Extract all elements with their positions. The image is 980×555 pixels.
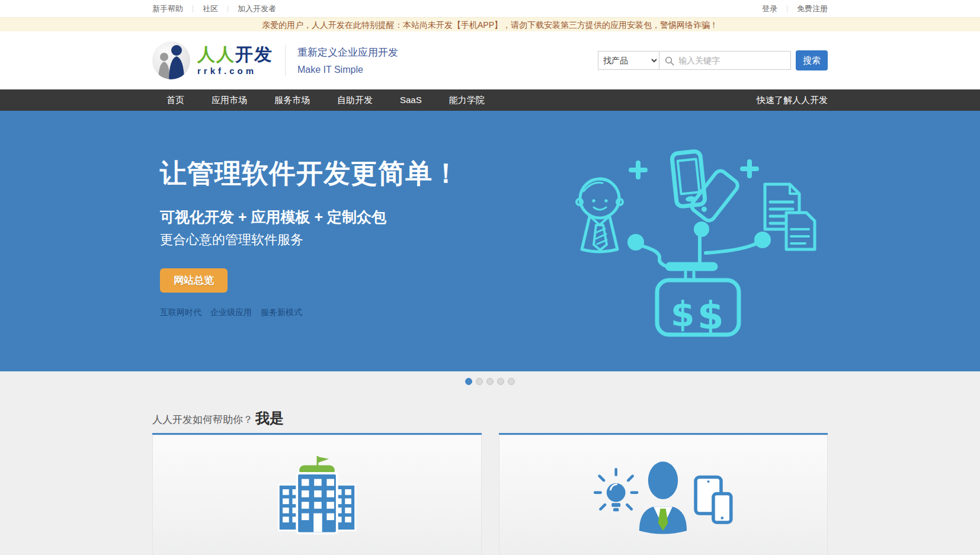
- card-individual[interactable]: 个人: [499, 433, 828, 555]
- divider: [193, 5, 193, 12]
- brand-name-blue: 开发: [235, 44, 273, 64]
- nav-item-app-market[interactable]: 应用市场: [212, 89, 247, 111]
- link-login[interactable]: 登录: [762, 4, 777, 14]
- brand-text: 人人开发 rrkf.com: [197, 45, 273, 76]
- site-overview-button[interactable]: 网站总览: [160, 268, 228, 293]
- section-heading: 人人开发如何帮助你？我是: [152, 409, 828, 428]
- link-join-developer[interactable]: 加入开发者: [238, 4, 276, 14]
- site-header: 人人开发 rrkf.com 重新定义企业应用开发 Make IT Simple …: [0, 31, 980, 89]
- tagline-line1: 重新定义企业应用开发: [297, 46, 398, 59]
- nav-item-saas[interactable]: SaaS: [400, 89, 422, 111]
- search-icon: [665, 56, 674, 66]
- search-input[interactable]: [659, 52, 790, 69]
- section-highlight: 我是: [255, 410, 284, 426]
- carousel-dot[interactable]: [508, 378, 515, 385]
- nav-item-service-market[interactable]: 服务市场: [274, 89, 310, 111]
- carousel-dot[interactable]: [465, 378, 472, 385]
- hero-illustration: $ $: [565, 140, 821, 345]
- enterprise-building-icon: [267, 540, 367, 555]
- top-utility-bar: 新手帮助 社区 加入开发者 登录 免费注册: [0, 0, 980, 17]
- security-notice-banner: 亲爱的用户，人人开发在此特别提醒：本站尚未开发【手机APP】，请勿下载安装第三方…: [0, 17, 980, 31]
- logo-people-icon: [152, 41, 190, 79]
- search-category-select[interactable]: 找产品: [598, 51, 659, 70]
- tagline-line2: Make IT Simple: [297, 65, 398, 75]
- link-beginner-help[interactable]: 新手帮助: [152, 4, 183, 14]
- search-box: [659, 51, 791, 70]
- svg-text:$: $: [671, 294, 694, 335]
- nav-item-home[interactable]: 首页: [166, 89, 184, 111]
- icon-reflection: [243, 540, 391, 555]
- nav-item-self-dev[interactable]: 自助开发: [337, 89, 373, 111]
- carousel-dot[interactable]: [476, 378, 483, 385]
- brand-domain: rrkf.com: [197, 66, 273, 76]
- search-button[interactable]: 搜索: [796, 50, 828, 70]
- carousel-dots: [0, 371, 980, 389]
- hero-tag-internet-era[interactable]: 互联网时代: [160, 307, 201, 318]
- svg-text:$: $: [697, 294, 724, 338]
- section-question: 人人开发如何帮助你？: [152, 414, 253, 425]
- link-community[interactable]: 社区: [203, 4, 218, 14]
- site-logo[interactable]: 人人开发 rrkf.com: [152, 41, 273, 79]
- icon-reflection: [589, 540, 737, 555]
- hero-tag-new-service-model[interactable]: 服务新模式: [261, 307, 302, 318]
- enterprise-building-icon: [267, 456, 367, 539]
- divider: [787, 5, 787, 12]
- divider: [285, 45, 286, 76]
- hero-tag-enterprise-app[interactable]: 企业级应用: [210, 307, 252, 318]
- link-register[interactable]: 免费注册: [797, 4, 828, 14]
- individual-person-icon: [589, 456, 737, 539]
- carousel-dot[interactable]: [486, 378, 494, 385]
- divider: [228, 5, 228, 12]
- card-enterprise[interactable]: 企业: [152, 433, 482, 555]
- individual-person-icon: [589, 540, 737, 555]
- header-tagline: 重新定义企业应用开发 Make IT Simple: [297, 46, 398, 75]
- nav-item-academy[interactable]: 能力学院: [449, 89, 485, 111]
- brand-name-green: 人人: [197, 44, 235, 64]
- nav-quick-intro-link[interactable]: 快速了解人人开发: [757, 89, 828, 111]
- header-search: 找产品 搜索: [598, 50, 828, 70]
- carousel-dot[interactable]: [497, 378, 504, 385]
- main-nav: 首页 应用市场 服务市场 自助开发 SaaS 能力学院 快速了解人人开发: [0, 89, 980, 111]
- hero-banner: 让管理软件开发更简单！ 可视化开发 + 应用模板 + 定制众包 更合心意的管理软…: [0, 111, 980, 371]
